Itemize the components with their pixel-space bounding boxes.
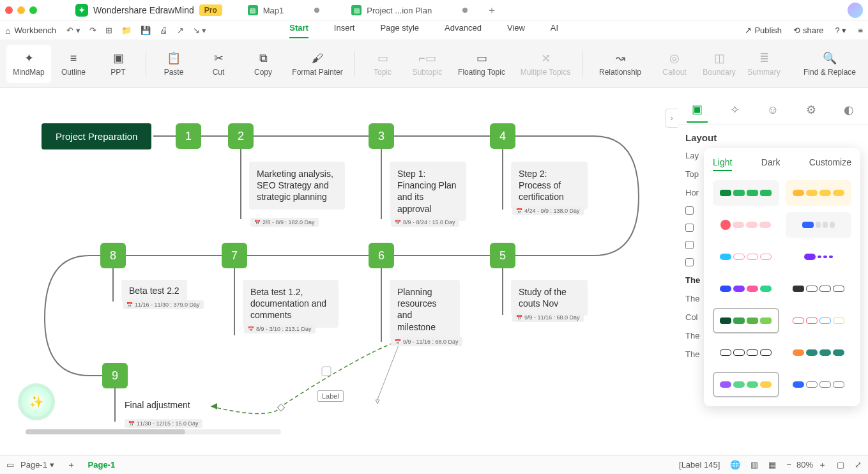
- node-3[interactable]: 3: [369, 123, 394, 149]
- menu-page-style[interactable]: Page style: [380, 23, 419, 38]
- multi-topic-icon: ⤨: [541, 51, 551, 65]
- node-5[interactable]: 5: [490, 243, 515, 268]
- desc-8[interactable]: Beta test 2.2: [121, 280, 187, 302]
- desc-4[interactable]: Step 2: Process of certification: [511, 162, 588, 210]
- save-icon[interactable]: 💾: [141, 26, 151, 35]
- new-icon[interactable]: ⊞: [105, 26, 112, 35]
- node-7[interactable]: 7: [222, 243, 247, 268]
- share-button[interactable]: ⟲ share: [793, 26, 824, 35]
- side-tab-emoji-icon[interactable]: ☺: [762, 98, 784, 122]
- workbench-button[interactable]: Workbench: [14, 26, 56, 35]
- ppt-button[interactable]: ▣PPT: [96, 45, 141, 83]
- summary-button[interactable]: ≣Summary: [742, 45, 786, 83]
- maximize-icon[interactable]: [29, 6, 37, 14]
- desc-9[interactable]: Final adjustment: [123, 398, 192, 412]
- collapse-panel-button[interactable]: ›: [665, 109, 678, 128]
- import-icon[interactable]: ↘ ▾: [193, 26, 207, 35]
- menu-start[interactable]: Start: [289, 23, 308, 38]
- theme-swatch[interactable]: [713, 212, 779, 238]
- grid-view-icon[interactable]: ▦: [768, 460, 776, 470]
- tab-map1[interactable]: ▤ Map1: [241, 3, 326, 18]
- desc-5[interactable]: Study of the couts Nov: [511, 280, 588, 316]
- user-avatar[interactable]: [848, 3, 863, 18]
- node-4[interactable]: 4: [490, 123, 515, 149]
- side-tab-history-icon[interactable]: ◐: [839, 98, 859, 122]
- node-2[interactable]: 2: [228, 123, 254, 149]
- page-selector[interactable]: Page-1 ▾: [20, 460, 54, 470]
- help-icon[interactable]: ? ▾: [835, 26, 847, 35]
- theme-swatch[interactable]: [786, 276, 852, 302]
- floating-topic-button[interactable]: ▭Floating Topic: [450, 45, 514, 83]
- globe-icon[interactable]: 🌐: [730, 460, 740, 470]
- find-replace-button[interactable]: 🔍Find & Replace: [798, 45, 862, 83]
- page-list-icon[interactable]: ▭: [6, 460, 14, 470]
- theme-swatch[interactable]: [786, 308, 852, 333]
- copy-button[interactable]: ⧉Copy: [241, 45, 286, 83]
- subtopic-button[interactable]: ⌐▭Subtopic: [405, 45, 450, 83]
- theme-swatch[interactable]: [713, 372, 779, 397]
- page-tab-1[interactable]: Page-1: [88, 460, 116, 470]
- mindmap-button[interactable]: ✦MindMap: [6, 45, 51, 83]
- home-icon[interactable]: ⌂: [5, 26, 10, 36]
- redo-icon[interactable]: ↷: [89, 26, 96, 35]
- node-9[interactable]: 9: [102, 363, 128, 388]
- node-1[interactable]: 1: [176, 123, 201, 149]
- theme-swatch[interactable]: [713, 180, 779, 206]
- desc-2[interactable]: Marketing analysis, SEO Strategy and str…: [249, 162, 345, 210]
- paste-button[interactable]: 📋Paste: [151, 45, 196, 83]
- relationship-label[interactable]: Label: [317, 390, 344, 402]
- theme-swatch[interactable]: [713, 308, 779, 333]
- zoom-out-button[interactable]: −: [786, 460, 791, 470]
- theme-swatch[interactable]: [713, 244, 779, 270]
- theme-swatch[interactable]: [786, 244, 852, 270]
- menu-insert[interactable]: Insert: [334, 23, 355, 38]
- desc-7[interactable]: Beta test 1.2, documentation and comment…: [243, 280, 339, 328]
- ai-assistant-button[interactable]: ✨: [22, 387, 51, 417]
- new-tab-button[interactable]: ＋: [487, 4, 497, 17]
- topic-button[interactable]: ▭Topic: [360, 45, 405, 83]
- theme-tab-customize[interactable]: Customize: [809, 157, 851, 171]
- side-tab-style-icon[interactable]: ✧: [725, 98, 745, 122]
- theme-swatch[interactable]: [786, 180, 852, 206]
- desc-3[interactable]: Step 1: Financing Plan and its approval: [390, 162, 466, 221]
- menu-view[interactable]: View: [507, 23, 525, 38]
- theme-swatch[interactable]: [713, 340, 779, 365]
- root-topic[interactable]: Project Preparation: [42, 123, 151, 149]
- theme-tab-dark[interactable]: Dark: [761, 157, 780, 171]
- theme-tab-light[interactable]: Light: [713, 157, 732, 171]
- multiple-topics-button[interactable]: ⤨Multiple Topics: [514, 45, 577, 83]
- zoom-in-button[interactable]: ＋: [818, 459, 826, 471]
- cut-button[interactable]: ✂Cut: [196, 45, 241, 83]
- node-8[interactable]: 8: [100, 243, 126, 268]
- callout-button[interactable]: ◎Callout: [652, 45, 697, 83]
- relationship-button[interactable]: ↝Relationship: [588, 45, 652, 83]
- menu-ai[interactable]: AI: [551, 23, 558, 38]
- node-6[interactable]: 6: [369, 243, 394, 268]
- zoom-level[interactable]: 80%: [796, 460, 813, 470]
- side-tab-settings-icon[interactable]: ⚙: [801, 98, 821, 122]
- menu-advanced[interactable]: Advanced: [445, 23, 482, 38]
- boundary-button[interactable]: ◫Boundary: [697, 45, 742, 83]
- export-icon[interactable]: ↗: [177, 26, 184, 35]
- side-tab-layout-icon[interactable]: ▣: [687, 97, 708, 123]
- minimize-icon[interactable]: [17, 6, 25, 14]
- layout-view-icon[interactable]: ▥: [750, 460, 758, 470]
- fullscreen-icon[interactable]: ⤢: [855, 460, 862, 470]
- outline-button[interactable]: ≡Outline: [51, 45, 96, 83]
- tab-project-plan[interactable]: ▤ Project ...ion Plan: [345, 3, 474, 18]
- close-icon[interactable]: [5, 6, 13, 14]
- fit-icon[interactable]: ▢: [837, 460, 844, 470]
- format-painter-button[interactable]: 🖌Format Painter: [286, 45, 349, 83]
- theme-swatch[interactable]: [786, 372, 852, 397]
- theme-swatch[interactable]: [713, 276, 779, 302]
- publish-button[interactable]: ↗ Publish: [745, 26, 782, 35]
- undo-icon[interactable]: ↶ ▾: [66, 26, 80, 35]
- theme-swatch[interactable]: [786, 212, 852, 238]
- add-page-button[interactable]: ＋: [67, 459, 75, 471]
- open-icon[interactable]: 📁: [121, 26, 132, 35]
- desc-6[interactable]: Planning resources and milestone: [390, 280, 460, 339]
- theme-swatch[interactable]: [786, 340, 852, 365]
- print-icon[interactable]: 🖨: [160, 26, 168, 35]
- scrollbar-horizontal[interactable]: [26, 429, 281, 434]
- menu-icon[interactable]: ≡: [858, 26, 863, 35]
